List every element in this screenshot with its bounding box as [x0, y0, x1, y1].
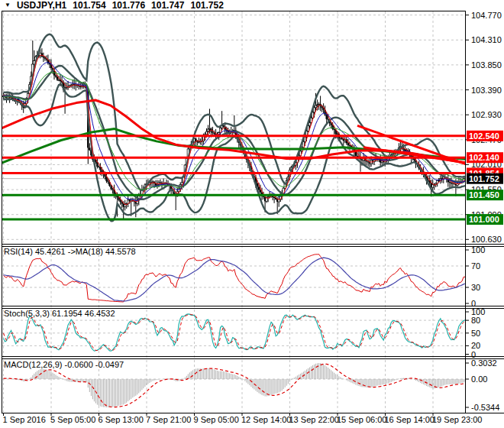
svg-text:50: 50 [471, 329, 480, 338]
rsi-label: RSI(14) 45.4261 ->MA(18) 44.5578 [4, 247, 136, 256]
svg-text:0.00: 0.00 [471, 374, 487, 384]
svg-text:101.000: 101.000 [469, 215, 499, 224]
svg-text:103.850: 103.850 [471, 60, 502, 70]
quote-low: 101.747 [151, 0, 184, 11]
svg-text:12 Sep 14:00: 12 Sep 14:00 [241, 415, 291, 424]
svg-text:9 Sep 05:00: 9 Sep 05:00 [194, 415, 239, 424]
macd-label: MACD(12,26,9) -0.0600 -0.0497 [4, 360, 124, 369]
chart-dropdown-icon[interactable]: ▼ [5, 2, 11, 8]
svg-text:30: 30 [471, 283, 480, 292]
svg-text:101.752: 101.752 [469, 174, 499, 183]
svg-text:104.770: 104.770 [471, 11, 502, 20]
svg-text:100.630: 100.630 [471, 235, 502, 244]
svg-text:15 Sep 06:00: 15 Sep 06:00 [337, 415, 386, 424]
svg-text:104.310: 104.310 [471, 35, 502, 44]
svg-text:1 Sep 2016: 1 Sep 2016 [3, 415, 46, 424]
quote-high: 101.776 [112, 0, 145, 11]
symbol-period: USDJPY,H1 [17, 0, 66, 11]
svg-text:102.930: 102.930 [471, 110, 502, 119]
svg-text:102.140: 102.140 [469, 153, 499, 162]
svg-text:103.390: 103.390 [471, 86, 502, 95]
svg-text:13 Sep 22:00: 13 Sep 22:00 [289, 415, 339, 424]
svg-text:0.3032: 0.3032 [471, 358, 497, 368]
svg-text:70: 70 [471, 261, 480, 271]
mt4-chart-window: 104.770104.310103.850103.390102.930102.4… [0, 0, 504, 428]
svg-text:6 Sep 13:00: 6 Sep 13:00 [99, 415, 144, 424]
svg-text:16 Sep 14:00: 16 Sep 14:00 [385, 415, 435, 424]
svg-text:80: 80 [471, 316, 480, 325]
time-axis[interactable]: 1 Sep 20165 Sep 05:006 Sep 13:007 Sep 21… [3, 415, 483, 424]
svg-text:0: 0 [471, 350, 476, 359]
svg-text:19 Sep 23:00: 19 Sep 23:00 [432, 415, 482, 424]
quote-close: 101.752 [190, 0, 223, 11]
svg-text:-0.5344: -0.5344 [471, 403, 499, 412]
stoch-label: Stoch(5,3,3) 61.1954 46.4532 [4, 309, 115, 318]
quote-open: 101.754 [73, 0, 105, 11]
chart-title: ▼ USDJPY,H1 101.754 101.776 101.747 101.… [5, 1, 224, 10]
svg-text:5 Sep 05:00: 5 Sep 05:00 [50, 415, 95, 424]
svg-text:100: 100 [471, 245, 485, 255]
svg-text:101.450: 101.450 [469, 190, 499, 199]
svg-text:7 Sep 21:00: 7 Sep 21:00 [146, 415, 191, 424]
svg-text:102.540: 102.540 [469, 131, 499, 141]
